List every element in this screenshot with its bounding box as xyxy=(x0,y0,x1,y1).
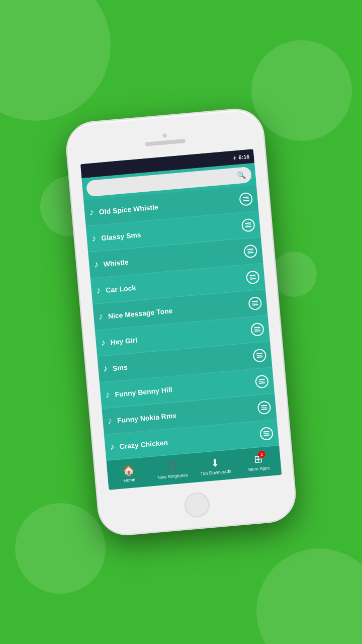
nav-item-new-ringtones[interactable]: 🎵 New Ringtones xyxy=(150,459,195,480)
nav-label-more-apps: More Apps xyxy=(248,465,270,472)
music-icon: ♪ xyxy=(107,416,113,427)
status-icons: ✈ 6:16 xyxy=(232,153,250,161)
music-icon: ♪ xyxy=(89,207,95,218)
menu-button[interactable] xyxy=(248,296,262,310)
menu-button[interactable] xyxy=(245,270,259,284)
nav-item-home[interactable]: 🏠 Home xyxy=(107,462,151,484)
ringtone-name: Car Lock xyxy=(106,274,246,294)
phone-bottom xyxy=(183,481,212,529)
phone-speaker-dot xyxy=(162,133,167,138)
music-icon: ♪ xyxy=(91,233,97,244)
nav-label-new-ringtones: New Ringtones xyxy=(157,472,189,480)
music-icon: ♪ xyxy=(96,285,102,296)
menu-button[interactable] xyxy=(254,374,268,388)
music-icon: ♪ xyxy=(105,389,111,400)
status-time: 6:16 xyxy=(238,153,250,160)
ringtone-name: Hey Girl xyxy=(110,326,251,346)
music-icon: ♪ xyxy=(110,442,115,453)
airplane-icon: ✈ xyxy=(232,155,237,161)
menu-button[interactable] xyxy=(250,322,264,336)
menu-button[interactable] xyxy=(239,192,253,206)
top-downloads-icon: ⬇ xyxy=(210,456,220,469)
menu-button[interactable] xyxy=(252,348,266,362)
music-icon: ♪ xyxy=(103,363,108,374)
music-icon: ♪ xyxy=(94,259,99,270)
more-apps-badge: 2 xyxy=(258,450,265,458)
search-icon: 🔍 xyxy=(236,170,247,181)
nav-item-top-downloads[interactable]: ⬇ Top Downloads xyxy=(193,455,238,476)
ringtone-name: Crazy Chicken xyxy=(119,430,260,450)
music-icon: ♪ xyxy=(98,311,104,323)
more-apps-icon: ⊞ 2 xyxy=(253,453,263,465)
phone-screen: ✈ 6:16 🔍 ♪ Old Spice Whistle ♪ Glassy Sm… xyxy=(80,149,281,490)
ringtone-name: Funny Benny Hill xyxy=(115,378,255,398)
nav-item-more-apps[interactable]: ⊞ 2 More Apps xyxy=(236,451,281,473)
ringtone-name: Glassy Sms xyxy=(101,221,242,242)
phone-speaker-bar xyxy=(145,139,186,146)
home-button[interactable] xyxy=(184,492,211,519)
music-icon: ♪ xyxy=(101,337,106,348)
nav-label-home: Home xyxy=(123,477,136,483)
new-ringtones-icon: 🎵 xyxy=(165,460,178,473)
ringtone-name: Nice Message Tone xyxy=(108,300,248,320)
phone-shell: ✈ 6:16 🔍 ♪ Old Spice Whistle ♪ Glassy Sm… xyxy=(65,108,297,536)
ringtone-name: Old Spice Whistle xyxy=(99,196,239,216)
nav-label-top-downloads: Top Downloads xyxy=(200,468,231,476)
ringtone-list: ♪ Old Spice Whistle ♪ Glassy Sms ♪ Whist… xyxy=(83,185,279,461)
menu-button[interactable] xyxy=(257,400,271,415)
ringtone-name: Sms xyxy=(112,352,253,372)
ringtone-name: Whistle xyxy=(103,248,244,268)
menu-button[interactable] xyxy=(259,426,273,440)
home-icon: 🏠 xyxy=(122,464,135,477)
menu-button[interactable] xyxy=(243,244,257,258)
menu-button[interactable] xyxy=(241,218,255,232)
ringtone-name: Funny Nokia Rmx xyxy=(117,404,257,424)
